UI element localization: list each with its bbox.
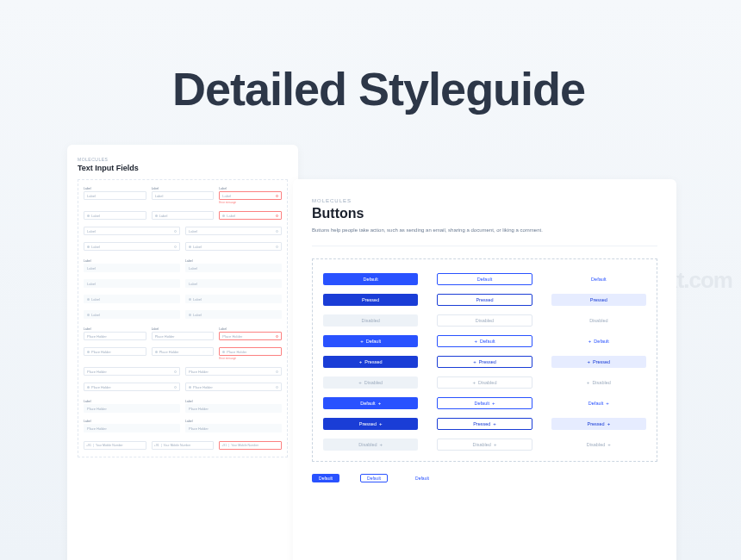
- field-label: Label: [219, 187, 282, 190]
- primary-button-icon-left-pressed[interactable]: +Pressed: [323, 356, 418, 368]
- plus-icon: +: [360, 339, 364, 344]
- outline-button-icon-right-pressed[interactable]: Pressed+: [437, 418, 532, 430]
- phone-field-error[interactable]: +91Your Mobile Number: [219, 441, 282, 450]
- text-field[interactable]: Place Holder: [84, 367, 180, 376]
- phone-field[interactable]: +91Your Mobile Number: [152, 441, 215, 450]
- text-field-filled[interactable]: Label: [84, 264, 180, 272]
- text-field[interactable]: Place Holder: [185, 367, 282, 376]
- plus-icon: +: [607, 442, 611, 447]
- field-label: Label: [185, 259, 282, 263]
- text-field-filled-icon[interactable]: Label: [84, 310, 180, 319]
- ghost-button-disabled: Disabled: [551, 314, 646, 327]
- input-icon: [87, 386, 90, 389]
- input-icon: [189, 314, 191, 316]
- text-field[interactable]: Label: [84, 227, 180, 235]
- error-message: Error message: [219, 201, 282, 204]
- text-field-icon[interactable]: Label: [152, 211, 215, 220]
- trailing-icon: [174, 370, 177, 373]
- outline-button-icon-right-default[interactable]: Default+: [437, 397, 532, 409]
- text-field-icon[interactable]: Place Holder: [185, 383, 282, 391]
- primary-button-default[interactable]: Default: [323, 273, 418, 285]
- plus-icon: +: [494, 442, 497, 447]
- error-icon: [276, 335, 278, 338]
- primary-button-icon-right-default[interactable]: Default+: [323, 397, 418, 409]
- ghost-button-icon-right-disabled: Disabled+: [551, 439, 646, 451]
- input-icon: [87, 351, 90, 353]
- field-label: Label: [84, 259, 180, 263]
- plus-icon: +: [378, 401, 382, 406]
- text-field-filled[interactable]: Place Holder: [185, 404, 282, 413]
- outline-button-default[interactable]: Default: [437, 273, 532, 285]
- button-grid: Default Default Default Pressed Pressed …: [312, 258, 657, 462]
- text-field-filled-icon[interactable]: Label: [185, 310, 282, 319]
- plus-icon: +: [358, 380, 362, 385]
- text-field-filled-icon[interactable]: Label: [185, 295, 282, 303]
- ghost-button-icon-left-pressed[interactable]: +Pressed: [551, 356, 646, 368]
- country-code[interactable]: +91: [154, 444, 162, 447]
- text-field[interactable]: Label: [185, 227, 282, 235]
- field-label: Label: [84, 327, 146, 331]
- text-field-error[interactable]: Label: [219, 191, 282, 200]
- text-field-icon-error[interactable]: Place Holder: [219, 347, 282, 356]
- text-field-filled-icon[interactable]: Label: [84, 295, 180, 303]
- phone-field[interactable]: +91Your Mobile Number: [84, 441, 146, 450]
- input-icon: [189, 246, 191, 248]
- outline-button-disabled: Disabled: [437, 314, 532, 327]
- country-code[interactable]: +91: [221, 444, 229, 447]
- text-field-filled[interactable]: Place Holder: [84, 424, 180, 432]
- text-field[interactable]: Place Holder: [84, 332, 146, 340]
- plus-icon: +: [493, 421, 496, 426]
- plus-icon: +: [587, 380, 590, 385]
- text-field-icon[interactable]: Place Holder: [84, 347, 146, 356]
- outline-button-icon-left-pressed[interactable]: +Pressed: [437, 356, 532, 368]
- plus-icon: +: [607, 421, 611, 426]
- country-code[interactable]: +91: [86, 444, 94, 447]
- input-showcase: LabelLabel LabelLabel LabelLabelError me…: [78, 179, 288, 457]
- ghost-button-icon-right-pressed[interactable]: Pressed+: [551, 418, 646, 430]
- input-icon: [189, 298, 191, 301]
- primary-button-icon-right-disabled: Disabled+: [323, 439, 418, 451]
- outline-button-pressed[interactable]: Pressed: [437, 294, 532, 306]
- text-field-error[interactable]: Place Holder: [219, 332, 282, 340]
- text-field-filled[interactable]: Place Holder: [84, 404, 180, 413]
- text-field-icon[interactable]: Place Holder: [84, 383, 180, 391]
- field-label: Label: [84, 187, 146, 190]
- text-field-filled[interactable]: Label: [185, 264, 282, 272]
- text-field-filled[interactable]: Label: [185, 279, 282, 288]
- outline-button-icon-left-disabled: +Disabled: [437, 376, 532, 389]
- input-icon: [87, 215, 90, 217]
- error-message: Error message: [219, 357, 282, 360]
- trailing-icon: [174, 386, 177, 389]
- primary-button-small[interactable]: Default: [312, 474, 339, 482]
- field-label: Label: [84, 420, 180, 423]
- primary-button-icon-right-pressed[interactable]: Pressed+: [323, 418, 418, 430]
- primary-button-icon-left-default[interactable]: +Default: [323, 335, 418, 347]
- trailing-icon: [174, 230, 177, 233]
- ghost-button-small[interactable]: Default: [408, 474, 436, 482]
- trailing-icon: [276, 230, 278, 233]
- plus-icon: +: [473, 380, 476, 385]
- ghost-button-default[interactable]: Default: [551, 273, 646, 285]
- text-field-icon[interactable]: Place Holder: [152, 347, 215, 356]
- outline-button-small[interactable]: Default: [360, 474, 388, 482]
- text-field-filled[interactable]: Label: [84, 279, 180, 288]
- text-field-icon[interactable]: Label: [84, 211, 146, 220]
- text-field-icon[interactable]: Label: [185, 242, 282, 251]
- ghost-button-icon-left-default[interactable]: +Default: [551, 335, 646, 347]
- text-field-icon[interactable]: Label: [84, 242, 180, 251]
- text-field-icon-error[interactable]: Label: [219, 211, 282, 220]
- primary-button-pressed[interactable]: Pressed: [323, 294, 418, 306]
- plus-icon: +: [606, 401, 609, 406]
- text-field[interactable]: Place Holder: [152, 332, 215, 340]
- outline-button-icon-left-default[interactable]: +Default: [437, 335, 532, 347]
- text-field[interactable]: Label: [84, 191, 146, 200]
- text-field[interactable]: Label: [152, 191, 215, 200]
- page-title: Detailed Styleguide: [172, 62, 585, 115]
- card-overline: MOLECULES: [312, 198, 657, 203]
- ghost-button-icon-right-default[interactable]: Default+: [551, 397, 646, 409]
- text-field-filled[interactable]: Place Holder: [185, 424, 282, 432]
- ghost-button-pressed[interactable]: Pressed: [551, 294, 646, 306]
- input-icon: [87, 314, 90, 316]
- plus-icon: +: [587, 359, 590, 364]
- plus-icon: +: [359, 359, 363, 364]
